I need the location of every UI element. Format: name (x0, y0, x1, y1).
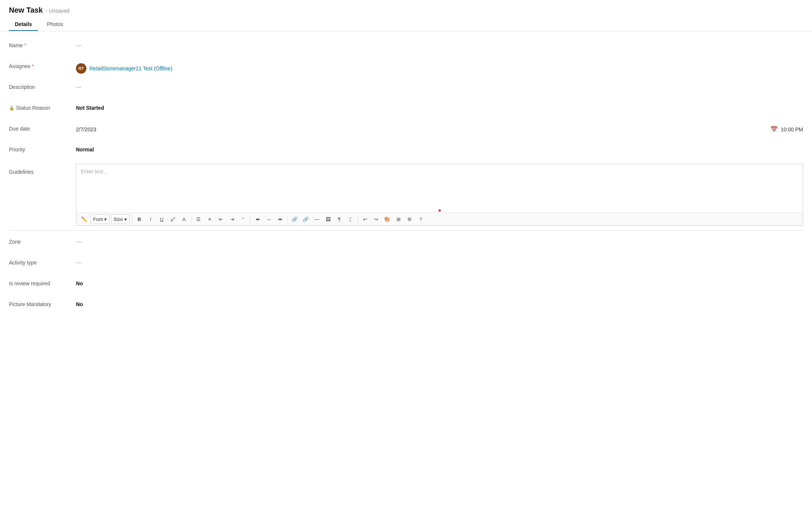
divider-5 (357, 215, 358, 223)
status-reason-value[interactable]: Not Started (76, 101, 803, 111)
tab-photos[interactable]: Photos (41, 18, 69, 31)
divider-3 (250, 215, 251, 223)
activity-type-row: Activity type --- (9, 256, 803, 274)
due-time-container: 📅 10:00 PM (770, 122, 803, 133)
due-time-value[interactable]: 10:00 PM (781, 126, 803, 132)
tab-bar: Details Photos (9, 18, 803, 31)
divider-1 (132, 215, 132, 223)
bold-button[interactable]: B (134, 214, 144, 224)
section-divider (9, 230, 803, 231)
resize-dot (439, 209, 441, 212)
outdent-button[interactable]: ⇤ (216, 214, 226, 224)
editor-toolbar: ✏️ Font ▾ Size ▾ B I U 🖊 (76, 212, 803, 225)
assignee-name[interactable]: RetailStoremanager11 Test (Offline) (89, 65, 172, 71)
zone-label: Zone (9, 235, 76, 245)
name-required-indicator: * (24, 43, 26, 48)
avatar: RT (76, 63, 86, 74)
picture-mandatory-row: Picture Mandatory No (9, 298, 803, 315)
size-dropdown-label: Size (114, 216, 123, 222)
align-right-button[interactable]: ➡ (275, 214, 285, 224)
editor-content-area[interactable]: Enter text... (76, 164, 803, 212)
picture-mandatory-value[interactable]: No (76, 298, 803, 307)
priority-value[interactable]: Normal (76, 143, 803, 153)
page-title-container: New Task - Unsaved (9, 6, 803, 15)
assignee-label: Assignee * (9, 60, 76, 69)
italic-button[interactable]: I (146, 214, 155, 224)
due-date-row: Due date 2/7/2023 📅 10:00 PM (9, 122, 803, 140)
link-button[interactable]: 🔗 (290, 214, 299, 224)
font-color-button[interactable]: A (179, 214, 189, 224)
form-body: Name * --- Assignee * RT RetailStoremana… (0, 31, 812, 326)
unlink-button[interactable]: 🔗 (301, 214, 311, 224)
indent-button[interactable]: ⇥ (227, 214, 237, 224)
zone-row: Zone --- (9, 235, 803, 253)
review-required-value[interactable]: No (76, 277, 803, 286)
font-dropdown[interactable]: Font ▾ (90, 214, 109, 224)
help-button[interactable]: ? (416, 214, 426, 224)
assignee-value: RT RetailStoremanager11 Test (Offline) (76, 60, 803, 74)
highlight-button[interactable]: 🖊 (168, 214, 178, 224)
editor-placeholder: Enter text... (81, 169, 108, 174)
insert-image-button[interactable]: 🖼 (323, 214, 333, 224)
guidelines-row: Guidelines Enter text... ✏️ Font ▾ (9, 164, 803, 226)
format-paint-button[interactable]: 🎨 (382, 214, 392, 224)
due-date-row-inner: 2/7/2023 📅 10:00 PM (76, 122, 803, 133)
blockquote-button[interactable]: " (238, 214, 248, 224)
divider-4 (287, 215, 287, 223)
redo-button[interactable]: ↪ (371, 214, 381, 224)
page-subtitle: - Unsaved (46, 8, 70, 14)
priority-label: Priority (9, 143, 76, 153)
name-value[interactable]: --- (76, 39, 803, 48)
due-date-label: Due date (9, 122, 76, 132)
format-clear-button[interactable]: ✏️ (79, 214, 89, 224)
activity-type-label: Activity type (9, 256, 76, 266)
due-date-value[interactable]: 2/7/2023 (76, 123, 770, 132)
description-label: Description (9, 80, 76, 90)
size-dropdown-arrow: ▾ (124, 216, 127, 222)
calendar-icon: 📅 (770, 126, 778, 133)
lock-icon: 🔒 (9, 105, 15, 110)
align-left-button[interactable]: ⬅ (253, 214, 262, 224)
show-source-button[interactable]: ⌶ (346, 214, 355, 224)
status-reason-label: 🔒 Status Reason (9, 101, 76, 111)
assignee-row: Assignee * RT RetailStoremanager11 Test … (9, 60, 803, 77)
show-blocks-button[interactable]: ¶ (334, 214, 344, 224)
activity-type-value[interactable]: --- (76, 256, 803, 266)
description-value[interactable]: --- (76, 80, 803, 90)
settings-button[interactable]: ⚙ (405, 214, 414, 224)
assignee-required-indicator: * (32, 64, 34, 69)
guidelines-editor: Enter text... ✏️ Font ▾ Size ▾ (76, 164, 803, 226)
underline-button[interactable]: U (157, 214, 166, 224)
insert-line-button[interactable]: — (312, 214, 322, 224)
guidelines-label: Guidelines (9, 164, 76, 175)
picture-mandatory-label: Picture Mandatory (9, 298, 76, 307)
status-reason-row: 🔒 Status Reason Not Started (9, 101, 803, 119)
name-label: Name * (9, 39, 76, 48)
description-row: Description --- (9, 80, 803, 98)
unordered-list-button[interactable]: ☰ (194, 214, 203, 224)
guidelines-content: Enter text... ✏️ Font ▾ Size ▾ (76, 164, 803, 226)
divider-2 (191, 215, 191, 223)
page-header: New Task - Unsaved Details Photos (0, 0, 812, 31)
font-dropdown-arrow: ▾ (104, 216, 107, 222)
assignee-row-inner: RT RetailStoremanager11 Test (Offline) (76, 63, 803, 74)
size-dropdown[interactable]: Size ▾ (111, 214, 130, 224)
priority-row: Priority Normal (9, 143, 803, 161)
page-title: New Task (9, 6, 43, 15)
review-required-row: Is review required No (9, 277, 803, 295)
undo-button[interactable]: ↩ (360, 214, 370, 224)
tab-details[interactable]: Details (9, 18, 38, 31)
name-row: Name * --- (9, 39, 803, 57)
review-required-label: Is review required (9, 277, 76, 286)
zone-value[interactable]: --- (76, 235, 803, 245)
font-dropdown-label: Font (93, 216, 103, 222)
ordered-list-button[interactable]: ≡ (205, 214, 214, 224)
table-button[interactable]: ⊞ (394, 214, 403, 224)
align-center-button[interactable]: ↔ (264, 214, 274, 224)
